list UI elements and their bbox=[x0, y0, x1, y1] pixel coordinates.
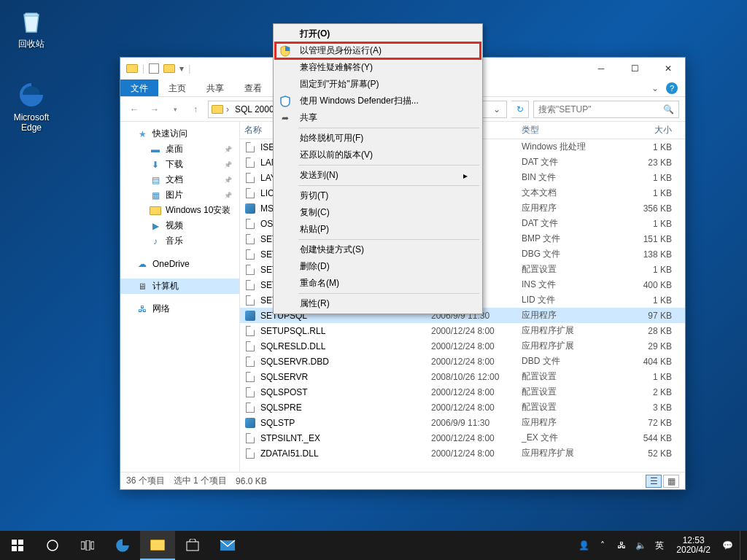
col-type[interactable]: 类型 bbox=[522, 124, 611, 136]
col-size[interactable]: 大小 bbox=[611, 124, 685, 136]
minimize-button[interactable]: ─ bbox=[584, 58, 618, 79]
chevron-icon[interactable]: › bbox=[226, 104, 229, 114]
ctx-paste[interactable]: 粘贴(P) bbox=[275, 221, 481, 238]
tab-home[interactable]: 主页 bbox=[158, 79, 196, 96]
tray-network-icon[interactable]: 🖧 bbox=[615, 540, 628, 551]
file-row[interactable]: ZDATAI51.DLL2000/12/24 8:00应用程序扩展52 KB bbox=[240, 446, 685, 461]
ctx-restore[interactable]: 还原以前的版本(V) bbox=[275, 147, 481, 163]
edge-browser[interactable]: Microsoft Edge bbox=[6, 80, 57, 133]
history-dropdown[interactable]: ▾ bbox=[167, 101, 183, 117]
search-box[interactable]: 🔍 bbox=[533, 101, 679, 118]
video-icon: ▶ bbox=[150, 221, 161, 231]
nav-videos[interactable]: ▶视频 bbox=[120, 218, 239, 233]
context-menu: 打开(O) 以管理员身份运行(A) 兼容性疑难解答(Y) 固定到"开始"屏幕(P… bbox=[273, 23, 483, 314]
file-row[interactable]: SQLSPRE2000/12/24 8:00配置设置3 KB bbox=[240, 400, 685, 415]
tray-ime[interactable]: 英 bbox=[653, 540, 666, 552]
file-type: DAT 文件 bbox=[522, 217, 611, 230]
file-size: 72 KB bbox=[611, 418, 685, 428]
tray-notifications-icon[interactable]: 💬 bbox=[721, 540, 734, 551]
tray-people-icon[interactable]: 👤 bbox=[577, 540, 590, 551]
desktop-icon: ▬ bbox=[150, 144, 161, 155]
maximize-button[interactable]: ☐ bbox=[618, 58, 651, 79]
tab-share[interactable]: 共享 bbox=[196, 79, 234, 96]
share-icon: ➦ bbox=[279, 112, 291, 124]
file-row[interactable]: STPSILNT._EX2000/12/24 8:00_EX 文件544 KB bbox=[240, 430, 685, 446]
file-type-icon bbox=[244, 233, 256, 245]
nav-computer[interactable]: 🖥计算机 bbox=[120, 279, 239, 294]
nav-onedrive[interactable]: ☁OneDrive bbox=[120, 256, 239, 271]
task-view-button[interactable] bbox=[70, 531, 105, 560]
file-type-icon bbox=[244, 218, 256, 230]
file-type: DBG 文件 bbox=[522, 248, 611, 260]
close-button[interactable]: ✕ bbox=[651, 58, 685, 79]
file-size: 544 KB bbox=[611, 433, 685, 443]
ctx-copy[interactable]: 复制(C) bbox=[275, 204, 481, 221]
nav-network[interactable]: 🖧网络 bbox=[120, 301, 239, 316]
nav-pictures[interactable]: ▦图片 bbox=[120, 187, 239, 203]
taskbar-edge[interactable] bbox=[105, 531, 140, 560]
tray-clock[interactable]: 12:53 2020/4/2 bbox=[672, 536, 715, 555]
ctx-offline[interactable]: 始终脱机可用(F) bbox=[275, 130, 481, 147]
tray-volume-icon[interactable]: 🔈 bbox=[634, 540, 647, 551]
file-date: 2000/12/24 8:00 bbox=[431, 341, 522, 351]
ctx-delete[interactable]: 删除(D) bbox=[275, 258, 481, 275]
forward-button[interactable]: → bbox=[147, 101, 163, 117]
ctx-share[interactable]: ➦ 共享 bbox=[275, 109, 481, 126]
ctx-shortcut[interactable]: 创建快捷方式(S) bbox=[275, 241, 481, 258]
view-icons-button[interactable]: ▦ bbox=[663, 475, 679, 488]
up-button[interactable]: ↑ bbox=[187, 101, 204, 117]
nav-documents[interactable]: ▤文档 bbox=[120, 172, 239, 187]
search-icon[interactable]: 🔍 bbox=[663, 104, 674, 114]
file-type: DAT 文件 bbox=[522, 156, 611, 168]
breadcrumb-seg[interactable]: SQL 2000 bbox=[232, 104, 277, 114]
file-row[interactable]: SQLSERVR.DBD2000/12/24 8:00DBD 文件404 KB bbox=[240, 354, 685, 369]
nav-desktop[interactable]: ▬桌面 bbox=[120, 141, 239, 157]
folder-icon[interactable] bbox=[163, 64, 175, 73]
tab-view[interactable]: 查看 bbox=[234, 79, 272, 96]
ctx-rename[interactable]: 重命名(M) bbox=[275, 275, 481, 292]
show-desktop[interactable] bbox=[740, 531, 744, 560]
file-date: 2000/12/24 8:00 bbox=[431, 357, 522, 367]
chevron-right-icon: ▸ bbox=[463, 171, 468, 181]
file-row[interactable]: SQLSERVR2008/10/26 12:00配置设置1 KB bbox=[240, 369, 685, 384]
help-icon[interactable]: ? bbox=[666, 82, 678, 94]
nav-downloads[interactable]: ⬇下载 bbox=[120, 157, 239, 172]
nav-win10[interactable]: Windows 10安装 bbox=[120, 203, 239, 218]
qat-dropdown-icon[interactable]: ▾ bbox=[179, 63, 184, 74]
back-button[interactable]: ← bbox=[126, 101, 142, 117]
status-bar: 36 个项目 选中 1 个项目 96.0 KB ☰ ▦ bbox=[120, 472, 685, 489]
search-input[interactable] bbox=[538, 104, 663, 114]
file-type-icon bbox=[244, 279, 256, 291]
taskbar-mail[interactable] bbox=[210, 531, 245, 560]
file-row[interactable]: SQLRESLD.DLL2000/12/24 8:00应用程序扩展29 KB bbox=[240, 338, 685, 354]
qat-props-icon[interactable] bbox=[149, 63, 159, 74]
file-row[interactable]: SQLSTP2006/9/9 11:30应用程序72 KB bbox=[240, 415, 685, 430]
tab-file[interactable]: 文件 bbox=[120, 79, 158, 96]
refresh-button[interactable]: ↻ bbox=[511, 101, 529, 118]
file-type-icon bbox=[244, 141, 256, 153]
nav-music[interactable]: ♪音乐 bbox=[120, 233, 239, 249]
tray-chevron-icon[interactable]: ˄ bbox=[596, 540, 609, 551]
ctx-sendto[interactable]: 发送到(N)▸ bbox=[275, 167, 481, 184]
ctx-open[interactable]: 打开(O) bbox=[275, 26, 481, 42]
ribbon-expand-icon[interactable]: ⌄ bbox=[651, 83, 659, 93]
taskbar-store[interactable] bbox=[175, 531, 210, 560]
file-row[interactable]: SETUPSQL.RLL2000/12/24 8:00应用程序扩展28 KB bbox=[240, 323, 685, 338]
nav-quick-access[interactable]: ★快速访问 bbox=[120, 126, 239, 141]
cortana-button[interactable] bbox=[35, 531, 70, 560]
file-type: BIN 文件 bbox=[522, 171, 611, 184]
ctx-compat[interactable]: 兼容性疑难解答(Y) bbox=[275, 59, 481, 76]
ctx-properties[interactable]: 属性(R) bbox=[275, 295, 481, 312]
ctx-pin-start[interactable]: 固定到"开始"屏幕(P) bbox=[275, 76, 481, 93]
ctx-run-as-admin[interactable]: 以管理员身份运行(A) bbox=[275, 42, 481, 59]
breadcrumb-dropdown-icon[interactable]: ⌄ bbox=[493, 104, 503, 114]
view-details-button[interactable]: ☰ bbox=[646, 475, 662, 488]
ctx-cut[interactable]: 剪切(T) bbox=[275, 187, 481, 204]
start-button[interactable] bbox=[0, 531, 35, 560]
file-row[interactable]: SQLSPOST2000/12/24 8:00配置设置2 KB bbox=[240, 384, 685, 400]
ctx-defender[interactable]: 使用 Windows Defender扫描... bbox=[275, 93, 481, 109]
file-size: 23 KB bbox=[611, 158, 685, 168]
qat-sep: | bbox=[142, 63, 144, 74]
recycle-bin[interactable]: 回收站 bbox=[6, 6, 57, 50]
taskbar-explorer[interactable] bbox=[140, 531, 175, 560]
